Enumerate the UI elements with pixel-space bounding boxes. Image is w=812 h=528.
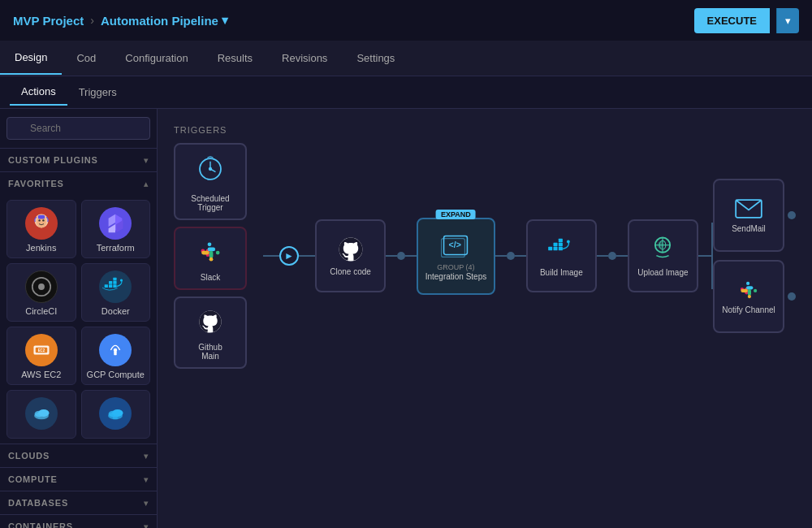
terraform-label: Terraform (97, 243, 135, 253)
section-favorites: FAVORITES ▴ (0, 171, 157, 444)
node-build-image[interactable]: Build Image (526, 219, 597, 292)
connector-4 (597, 252, 628, 260)
awsec2-label: AWS EC2 (21, 370, 61, 379)
svg-rect-53 (559, 239, 563, 242)
plugin-awsec2[interactable]: EC2 AWS EC2 (6, 327, 76, 385)
awsec2-icon: EC2 (25, 334, 58, 366)
clouds-chevron: ▾ (144, 452, 149, 461)
svg-rect-62 (746, 282, 749, 285)
docker-label: Docker (102, 306, 130, 316)
start-circle: ► (279, 246, 299, 266)
svg-rect-39 (216, 251, 220, 255)
circleci-label: CircleCI (25, 306, 57, 316)
plugin-docker[interactable]: Docker (81, 263, 151, 322)
section-containers[interactable]: CONTAINERS ▾ (0, 514, 157, 528)
sendmail-row: SendMail (713, 179, 796, 252)
favorites-header[interactable]: FAVORITES ▴ (0, 172, 157, 195)
node-upload-image[interactable]: Upload Image (628, 219, 698, 292)
tab-results[interactable]: Results (203, 42, 267, 74)
execute-button[interactable]: EXECUTE (694, 8, 770, 33)
trigger-github[interactable]: GithubMain (174, 296, 247, 369)
clone-code-label: Clone code (330, 266, 371, 277)
right-branch-nodes: SendMail (713, 179, 796, 333)
tab-settings[interactable]: Settings (342, 42, 409, 74)
svg-rect-67 (741, 289, 747, 292)
svg-marker-6 (109, 214, 115, 227)
sub-tab-bar: Actions Triggers (0, 76, 812, 109)
svg-text:</>: </> (449, 240, 461, 249)
tab-revisions[interactable]: Revisions (267, 42, 342, 74)
plugin-circleci[interactable]: CircleCI (6, 263, 76, 322)
sendmail-label: SendMail (732, 223, 766, 234)
main-content: 🔍 CUSTOM PLUGINS ▾ FAVORITES ▴ (0, 109, 812, 528)
plugin-jenkins[interactable]: Jenkins (6, 200, 76, 258)
section-databases[interactable]: DATABASES ▾ (0, 491, 157, 514)
svg-rect-42 (201, 251, 209, 255)
tab-bar: Design Cod Configuration Results Revisio… (0, 41, 812, 76)
gcpcompute-icon (99, 334, 132, 366)
sendmail-dot (788, 211, 796, 219)
notify-row: Notify Channel (713, 260, 796, 333)
svg-rect-48 (549, 247, 553, 250)
upload-image-label: Upload Image (637, 267, 688, 278)
sendmail-icon (734, 197, 763, 223)
svg-point-17 (120, 279, 123, 281)
svg-point-3 (42, 219, 44, 221)
section-compute[interactable]: COMPUTE ▾ (0, 467, 157, 491)
search-input[interactable] (6, 117, 150, 140)
section-custom-plugins: CUSTOM PLUGINS ▾ (0, 148, 157, 171)
svg-rect-52 (559, 243, 563, 246)
section-clouds[interactable]: CLOUDS ▾ (0, 444, 157, 467)
search-box: 🔍 (0, 109, 157, 148)
h-line-1 (263, 255, 279, 257)
pipeline-name: Automation Pipeline (101, 14, 218, 28)
triggers-label: TRIGGERS (174, 125, 796, 135)
svg-rect-65 (748, 289, 751, 296)
svg-rect-64 (754, 289, 757, 292)
execute-dropdown-button[interactable]: ▾ (776, 8, 799, 33)
svg-rect-37 (208, 242, 212, 246)
breadcrumb-pipeline[interactable]: Automation Pipeline ▾ (101, 13, 228, 28)
cloud1-icon (25, 397, 58, 430)
svg-rect-51 (554, 243, 558, 246)
clouds-label: CLOUDS (8, 451, 50, 461)
tab-code[interactable]: Cod (62, 42, 110, 74)
expand-badge: EXPAND (436, 210, 476, 219)
sidebar: 🔍 CUSTOM PLUGINS ▾ FAVORITES ▴ (0, 109, 158, 528)
scheduled-icon (196, 154, 225, 189)
tab-configuration[interactable]: Configuration (110, 42, 202, 74)
group-badge-label: GROUP (4) (437, 263, 474, 271)
breadcrumb-project[interactable]: MVP Project (13, 14, 84, 28)
node-clone-code[interactable]: Clone code (315, 219, 386, 292)
svg-rect-4 (38, 215, 45, 219)
favorites-chevron: ▴ (144, 180, 149, 188)
node-integration-steps[interactable]: EXPAND </> GROUP (4) Integration Steps (417, 218, 495, 295)
plugin-gcpcompute[interactable]: GCP Compute (81, 327, 151, 385)
subtab-actions[interactable]: Actions (10, 79, 67, 106)
trigger-scheduled[interactable]: ScheduledTrigger (174, 143, 247, 220)
custom-plugins-header[interactable]: CUSTOM PLUGINS ▾ (0, 149, 157, 171)
trigger-slack[interactable]: Slack (174, 227, 247, 290)
tab-design[interactable]: Design (0, 41, 62, 75)
node-sendmail[interactable]: SendMail (713, 179, 784, 252)
svg-point-54 (567, 240, 570, 244)
plugin-cloud2[interactable] (81, 390, 151, 439)
connector-2 (386, 252, 417, 260)
subtab-triggers[interactable]: Triggers (67, 80, 128, 105)
cloud2-icon (99, 397, 132, 430)
h-line-2 (299, 255, 315, 257)
slack-icon (197, 238, 224, 268)
containers-chevron: ▾ (144, 522, 149, 529)
databases-label: DATABASES (8, 498, 68, 508)
node-notify-channel[interactable]: Notify Channel (713, 260, 784, 333)
custom-plugins-chevron: ▾ (144, 156, 149, 165)
top-bar: MVP Project › Automation Pipeline ▾ EXEC… (0, 0, 812, 41)
pipeline-arrow-icon: ▾ (222, 13, 228, 28)
plugin-terraform[interactable]: Terraform (81, 200, 151, 258)
breadcrumb-separator: › (90, 14, 94, 27)
jenkins-label: Jenkins (26, 243, 56, 253)
svg-rect-38 (208, 248, 216, 252)
svg-point-2 (38, 219, 40, 221)
plugin-cloud1[interactable] (6, 390, 76, 439)
svg-rect-40 (209, 251, 214, 259)
